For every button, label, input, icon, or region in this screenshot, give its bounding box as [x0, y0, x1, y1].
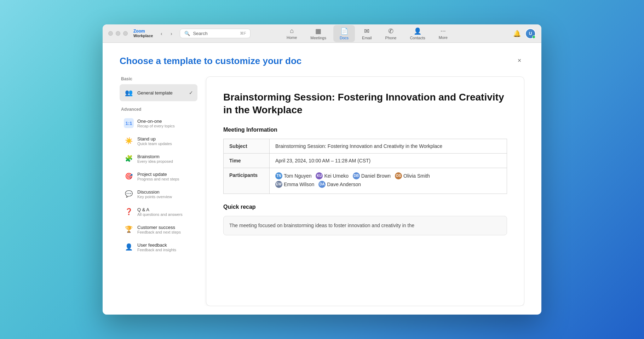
participant-emma: EW Emma Wilson	[275, 181, 314, 188]
nav-meetings[interactable]: ▦ Meetings	[304, 25, 333, 42]
zoom-logo: Zoom Workplace	[133, 29, 153, 38]
participant-olivia: OS Olivia Smith	[395, 172, 430, 179]
participant-dave: DA Dave Anderson	[318, 181, 361, 188]
modal-header: Choose a template to customize your doc …	[120, 56, 524, 67]
user-avatar[interactable]: U	[525, 28, 536, 39]
one-on-one-name: One-on-one	[137, 119, 193, 124]
email-icon: ✉	[364, 27, 369, 35]
nav-home-label: Home	[287, 35, 297, 40]
customer-success-text: Customer success Feedback and next steps	[137, 225, 193, 234]
meeting-info-heading: Meeting Information	[223, 127, 507, 133]
participant-avatar-tom: TN	[275, 172, 282, 179]
template-item-standup[interactable]: ☀️ Stand up Quick team updates	[120, 132, 197, 149]
participant-name-olivia: Olivia Smith	[403, 173, 430, 179]
participant-name-daniel: Daniel Brown	[361, 173, 391, 179]
brainstorm-desc: Every idea proposed	[137, 159, 193, 163]
discussion-desc: Key points overview	[137, 195, 193, 199]
more-icon: ···	[441, 27, 446, 35]
nav-more[interactable]: ··· More	[432, 25, 454, 42]
table-row-subject: Subject Brainstorming Session: Fostering…	[224, 139, 507, 153]
template-item-user-feedback[interactable]: 👤 User feedback Feedback and insights	[120, 239, 197, 255]
online-status-dot	[532, 35, 535, 39]
contacts-icon: 👤	[414, 27, 421, 35]
template-item-discussion[interactable]: 💬 Discussion Key points overview	[120, 185, 197, 202]
general-template-text: General template	[137, 90, 185, 96]
checkmark-icon: ✓	[189, 90, 193, 96]
time-label: Time	[224, 153, 270, 168]
participant-name-emma: Emma Wilson	[284, 182, 314, 187]
brainstorm-icon: 🧩	[124, 154, 134, 163]
meeting-info-table: Subject Brainstorming Session: Fostering…	[223, 139, 507, 194]
advanced-section-label: Advanced	[120, 107, 197, 112]
navigation-arrows: ‹ ›	[157, 29, 176, 38]
table-row-time: Time April 23, 2024, 10:00 AM – 11:28 AM…	[224, 153, 507, 168]
standup-icon: ☀️	[124, 136, 134, 146]
nav-phone[interactable]: ✆ Phone	[379, 25, 403, 42]
meetings-icon: ▦	[315, 27, 321, 35]
titlebar-right: 🔔 U	[513, 28, 536, 39]
template-sidebar: Basic 👥 General template ✓ Advanced 1:1	[120, 76, 197, 306]
nav-home[interactable]: ⌂ Home	[280, 25, 303, 42]
fullscreen-traffic-light[interactable]	[123, 31, 128, 36]
participant-avatar-daniel: DB	[353, 172, 360, 179]
zoom-logo-subtitle: Workplace	[133, 34, 153, 38]
nav-meetings-label: Meetings	[310, 36, 326, 40]
template-picker: Basic 👥 General template ✓ Advanced 1:1	[120, 76, 524, 306]
forward-arrow[interactable]: ›	[167, 29, 176, 38]
user-feedback-text: User feedback Feedback and insights	[137, 242, 193, 252]
template-preview: Brainstorming Session: Fostering Innovat…	[206, 76, 524, 306]
top-nav: ⌂ Home ▦ Meetings 📄 Docs ✉ Email ✆ Phone…	[280, 25, 454, 42]
participant-avatar-olivia: OS	[395, 172, 402, 179]
nav-email-label: Email	[362, 36, 372, 40]
one-on-one-icon: 1:1	[124, 118, 134, 128]
nav-docs[interactable]: 📄 Docs	[333, 25, 355, 42]
template-item-qa[interactable]: ❓ Q & A All questions and answers	[120, 203, 197, 220]
customer-success-name: Customer success	[137, 225, 193, 230]
one-on-one-desc: Recap of every topics	[137, 124, 193, 128]
back-arrow[interactable]: ‹	[157, 29, 166, 38]
general-template-name: General template	[137, 90, 185, 96]
template-item-general[interactable]: 👥 General template ✓	[120, 84, 197, 101]
time-value: April 23, 2024, 10:00 AM – 11:28 AM (CST…	[270, 153, 507, 168]
nav-contacts-label: Contacts	[410, 36, 425, 40]
nav-more-label: More	[439, 35, 448, 40]
close-traffic-light[interactable]	[108, 31, 113, 36]
qa-desc: All questions and answers	[137, 212, 193, 217]
template-item-project-update[interactable]: 🎯 Project update Progress and next steps	[120, 168, 197, 185]
standup-text: Stand up Quick team updates	[137, 136, 193, 146]
minimize-traffic-light[interactable]	[116, 31, 120, 36]
customer-success-desc: Feedback and next steps	[137, 230, 193, 234]
nav-phone-label: Phone	[385, 36, 397, 40]
project-update-desc: Progress and next steps	[137, 177, 193, 181]
participant-name-tom: Tom Nguyen	[284, 173, 312, 179]
nav-email[interactable]: ✉ Email	[356, 25, 378, 42]
participant-daniel: DB Daniel Brown	[353, 172, 391, 179]
main-content: Choose a template to customize your doc …	[103, 43, 541, 315]
modal-title: Choose a template to customize your doc	[120, 56, 301, 67]
template-item-customer-success[interactable]: 🏆 Customer success Feedback and next ste…	[120, 221, 197, 238]
participant-name-kei: Kei Umeko	[324, 173, 348, 179]
window-controls	[108, 31, 128, 36]
template-item-brainstorm[interactable]: 🧩 Brainstorm Every idea proposed	[120, 150, 197, 167]
general-template-icon: 👥	[124, 88, 134, 98]
discussion-icon: 💬	[124, 189, 134, 199]
search-bar[interactable]: 🔍 Search ⌘F	[180, 29, 251, 38]
modal-container: Choose a template to customize your doc …	[103, 43, 541, 315]
notification-bell-icon[interactable]: 🔔	[513, 30, 521, 38]
qa-icon: ❓	[124, 207, 134, 217]
subject-label: Subject	[224, 139, 270, 153]
quick-recap-box: The meeting focused on brainstorming ide…	[223, 216, 507, 235]
advanced-section: Advanced 1:1 One-on-one Recap of every t…	[120, 107, 197, 255]
participant-avatar-emma: EW	[275, 181, 282, 188]
nav-contacts[interactable]: 👤 Contacts	[403, 25, 431, 42]
phone-icon: ✆	[388, 27, 393, 35]
qa-text: Q & A All questions and answers	[137, 207, 193, 217]
docs-icon: 📄	[340, 27, 348, 35]
titlebar: Zoom Workplace ‹ › 🔍 Search ⌘F ⌂ Home ▦ …	[103, 24, 541, 43]
discussion-name: Discussion	[137, 189, 193, 195]
qa-name: Q & A	[137, 207, 193, 212]
close-button[interactable]: ×	[514, 56, 524, 65]
template-item-one-on-one[interactable]: 1:1 One-on-one Recap of every topics	[120, 115, 197, 132]
user-feedback-name: User feedback	[137, 242, 193, 248]
brainstorm-text: Brainstorm Every idea proposed	[137, 154, 193, 163]
